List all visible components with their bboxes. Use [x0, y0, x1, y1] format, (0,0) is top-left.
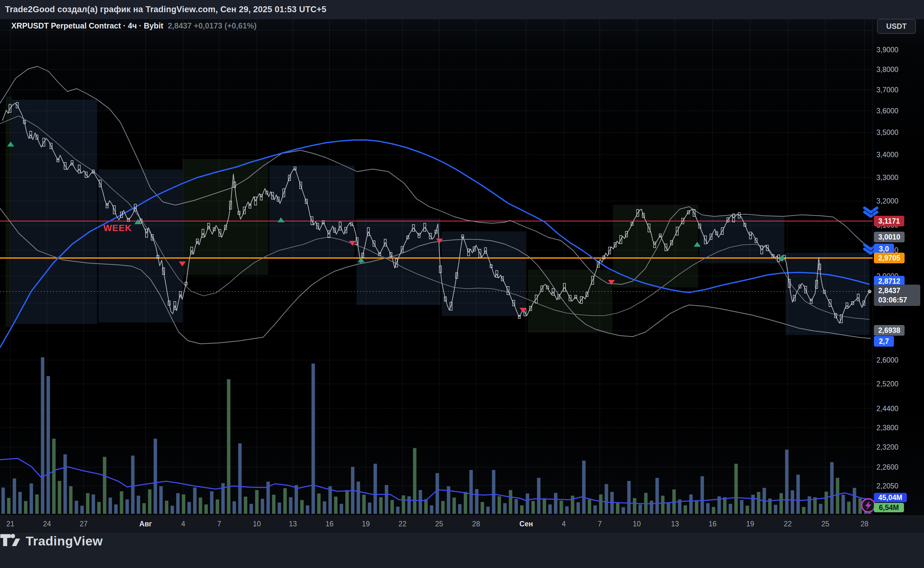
- volume-bar: [797, 475, 800, 514]
- volume-bar: [622, 507, 625, 514]
- time-axis-tick: 22: [398, 520, 407, 528]
- volume-bar: [216, 499, 219, 514]
- tradingview-watermark[interactable]: TradingView: [0, 533, 924, 548]
- volume-bar: [509, 490, 513, 514]
- volume-bar: [791, 490, 794, 514]
- price-scale-label-last-price-countdown: 2,843703:06:57: [874, 285, 920, 306]
- volume-bar: [402, 495, 405, 514]
- volume-bar: [746, 506, 749, 514]
- price-axis-tick: 2,4400: [876, 405, 898, 413]
- volume-bar: [154, 439, 157, 514]
- volume-bar: [543, 498, 546, 514]
- volume-bar: [633, 498, 637, 514]
- volume-bar: [58, 481, 61, 514]
- volume-bar: [390, 500, 394, 514]
- zone-box-blue[interactable]: [442, 231, 526, 316]
- week-level-annotation[interactable]: WEEK: [103, 223, 132, 233]
- zone-box-green[interactable]: [6, 97, 12, 327]
- volume-bar: [407, 496, 411, 514]
- volume-bar: [109, 497, 112, 514]
- volume-bar: [441, 501, 445, 514]
- volume-bar: [430, 505, 434, 514]
- volume-bar: [628, 481, 631, 514]
- symbol-title[interactable]: XRPUSDT Perpetual Contract · 4ч · Bybit: [11, 21, 163, 30]
- volume-bar: [278, 503, 281, 514]
- price-scale-label-volume-ma: 45,04M: [874, 493, 907, 502]
- volume-bar: [774, 505, 777, 514]
- volume-bar: [487, 507, 490, 514]
- volume-bar: [131, 456, 135, 514]
- price-axis-tick: 2,5200: [876, 380, 898, 388]
- volume-bar: [13, 479, 16, 514]
- volume-bar: [808, 496, 811, 514]
- volume-bar: [701, 476, 704, 514]
- volume-bar: [64, 454, 67, 514]
- tradingview-logo-icon: [0, 533, 21, 548]
- volume-bar: [374, 464, 377, 514]
- volume-bar: [176, 493, 180, 514]
- volume-bar: [656, 478, 659, 514]
- volume-bar: [306, 505, 310, 514]
- volume-bar: [171, 506, 174, 514]
- volume-bar: [2, 488, 5, 514]
- volume-bar: [819, 504, 823, 514]
- volume-bar: [492, 470, 496, 514]
- volume-bar: [458, 504, 462, 514]
- zone-box-blue[interactable]: [98, 169, 183, 323]
- time-axis-tick: 19: [746, 520, 754, 528]
- volume-bar: [436, 473, 439, 514]
- volume-ma-line: [0, 458, 870, 504]
- volume-bar: [780, 493, 783, 514]
- volume-bar: [148, 489, 151, 514]
- price-axis-tick: 3,4000: [876, 151, 898, 159]
- volume-bar: [210, 491, 213, 514]
- price-axis-tick: 3,5000: [876, 128, 898, 137]
- volume-bar: [735, 464, 738, 514]
- time-axis-tick: 10: [253, 520, 261, 528]
- time-axis-tick: 27: [80, 520, 88, 528]
- volume-bar: [41, 357, 44, 514]
- volume-bar: [577, 502, 580, 514]
- volume-bar: [650, 501, 653, 514]
- volume-bar: [582, 461, 586, 514]
- time-axis-tick: 25: [435, 520, 443, 528]
- volume-bar: [396, 507, 400, 514]
- price-axis-tick: 2,6000: [876, 356, 898, 364]
- volume-bar: [24, 501, 27, 514]
- symbol-legend[interactable]: XRPUSDT Perpetual Contract · 4ч · Bybit2…: [11, 21, 257, 30]
- price-scale-label-level-orange: 2,9705: [874, 253, 904, 263]
- volume-bar: [368, 503, 372, 514]
- volume-bar: [661, 495, 665, 514]
- volume-bar: [86, 493, 89, 514]
- volume-bar: [639, 505, 642, 514]
- volume-bar: [120, 491, 123, 514]
- volume-bar: [594, 505, 597, 514]
- currency-toggle-button[interactable]: USDT: [877, 19, 916, 34]
- volume-bar: [452, 497, 456, 514]
- time-axis-tick: 4: [181, 520, 185, 528]
- volume-bar: [481, 502, 484, 514]
- symbol-quote-values: 2,8437 +0,0173 (+0,61%): [168, 21, 257, 30]
- volume-bar: [605, 484, 608, 514]
- volume-bar: [142, 503, 146, 514]
- volume-bar: [159, 486, 163, 514]
- time-axis-tick: 24: [43, 520, 51, 528]
- volume-bar: [199, 497, 202, 514]
- volume-bar: [261, 499, 265, 514]
- volume-bar: [80, 506, 84, 514]
- tradingview-logo-text: TradingView: [26, 534, 103, 548]
- time-axis-tick: 4: [562, 520, 566, 528]
- volume-bar: [566, 506, 569, 514]
- volume-bar: [334, 497, 338, 514]
- price-chart-plot[interactable]: [0, 0, 924, 568]
- volume-bar: [560, 501, 563, 514]
- volume-bar: [244, 497, 248, 514]
- price-axis-tick: 3,7000: [876, 86, 898, 94]
- time-axis-tick: 22: [784, 520, 792, 528]
- volume-bar: [515, 499, 518, 514]
- zone-box-blue[interactable]: [12, 100, 97, 324]
- time-axis-month-tick: Авг: [139, 520, 152, 528]
- price-axis-tick: 3,8000: [876, 65, 898, 74]
- price-scale-label-level-red: 3,1171: [874, 216, 904, 227]
- zone-box-blue[interactable]: [269, 165, 355, 258]
